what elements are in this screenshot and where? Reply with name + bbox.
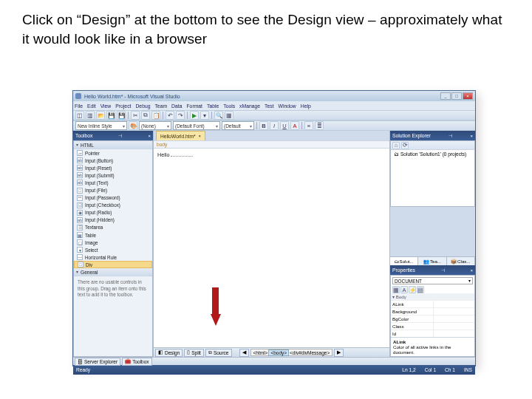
list-icon[interactable]: ≣ (315, 121, 324, 130)
tab-solution-explorer[interactable]: 🗂 Solut... (390, 257, 418, 265)
categorized-icon[interactable]: ▦ (392, 286, 400, 293)
solution-explorer-header[interactable]: Solution Explorer ⊣ × (390, 131, 475, 140)
toolbox-item[interactable]: —Horizontal Rule (74, 253, 152, 261)
target-rule-dropdown[interactable]: (None)▾ (139, 121, 171, 130)
toolbox-item[interactable]: abInput (Submit) (74, 171, 152, 179)
toolbox-header[interactable]: Toolbox ⊣ × (73, 131, 153, 140)
tab-toolbox[interactable]: 🧰 Toolbox (122, 358, 151, 366)
toolbox-item[interactable]: ◻Image (74, 239, 152, 246)
close-panel-icon[interactable]: × (148, 134, 151, 138)
menu-debug[interactable]: Debug (135, 103, 150, 109)
toolbox-item[interactable]: ☑Input (Checkbox) (74, 202, 152, 209)
properties-object-dropdown[interactable]: DOCUMENT▾ (392, 277, 473, 284)
tab-source[interactable]: ⧉ Source (205, 349, 232, 357)
toolbox-item[interactable]: abInput (Button) (74, 157, 152, 164)
refresh-icon[interactable]: ⟳ (401, 142, 409, 149)
properties-header[interactable]: Properties ⊣ × (390, 265, 475, 275)
toolbox-item[interactable]: abInput (Text) (74, 179, 152, 186)
apply-style-icon[interactable]: 🎨 (129, 121, 137, 130)
toolbox-item[interactable]: ◉Input (Radio) (74, 209, 152, 216)
menu-format[interactable]: Format (186, 103, 202, 109)
pin-icon[interactable]: ⊣ (441, 267, 445, 273)
menu-team[interactable]: Team (154, 103, 167, 109)
property-row[interactable]: Background (391, 307, 474, 315)
next-tag-icon[interactable]: ▶ (334, 349, 344, 357)
save-icon[interactable]: 💾 (106, 111, 115, 120)
toolbox-item[interactable]: □Div (74, 261, 152, 268)
save-all-icon[interactable]: 💾 (117, 111, 126, 120)
open-icon[interactable]: 📂 (96, 111, 105, 120)
menu-edit[interactable]: Edit (87, 103, 96, 109)
config-drop[interactable]: ▾ (200, 111, 209, 120)
size-dropdown[interactable]: (Default▾ (222, 121, 254, 130)
toolbox-item[interactable]: ▾Select (74, 246, 152, 253)
misc-icon[interactable]: ▦ (225, 111, 233, 120)
events-icon[interactable]: ⚡ (409, 286, 416, 293)
tab-class-view[interactable]: 📦 Clas... (447, 257, 475, 265)
tag-breadcrumb[interactable]: <html> <body> <div#divMessage> (250, 349, 333, 356)
maximize-button[interactable]: □ (451, 92, 462, 100)
menu-file[interactable]: File (75, 103, 83, 109)
menu-window[interactable]: Window (279, 103, 296, 109)
redo-icon[interactable]: ↷ (176, 111, 185, 120)
toolbox-item[interactable]: ☰Textarea (74, 224, 152, 231)
toolbox-group-html[interactable]: ▾HTML (74, 141, 152, 149)
tab-server-explorer[interactable]: 🗄 Server Explorer (75, 358, 120, 366)
style-dropdown[interactable]: New Inline Style▾ (75, 121, 127, 130)
right-tab-group: 🗂 Solut... 👥 Tea... 📦 Clas... (390, 256, 475, 265)
add-item-icon[interactable]: ▥ (86, 111, 95, 120)
tag-selector-bar[interactable]: body (154, 140, 389, 149)
menu-xmanage[interactable]: xManage (239, 103, 260, 109)
menu-tools[interactable]: Tools (223, 103, 235, 109)
properties-group[interactable]: ▾ Body (391, 293, 474, 300)
find-icon[interactable]: 🔍 (214, 111, 223, 120)
menu-help[interactable]: Help (301, 103, 311, 109)
property-row[interactable]: BgColor (391, 315, 474, 322)
tab-design[interactable]: ◧ Design (155, 349, 183, 357)
close-panel-icon[interactable]: × (470, 268, 473, 273)
color-button[interactable]: A (290, 121, 299, 130)
copy-icon[interactable]: ⧉ (141, 111, 150, 120)
toolbox-item[interactable]: ▦Table (74, 231, 152, 239)
pages-icon[interactable]: ▤ (417, 286, 424, 293)
paste-icon[interactable]: 📋 (151, 111, 160, 120)
toolbox-item[interactable]: abInput (Hidden) (74, 216, 152, 224)
design-surface[interactable]: Hello (154, 149, 389, 347)
document-tab[interactable]: HelloWorld.htm*× (156, 131, 205, 140)
home-icon[interactable]: ⌂ (392, 142, 400, 149)
titlebar[interactable]: Hello World.htm* - Microsoft Visual Stud… (73, 91, 475, 101)
cut-icon[interactable]: ✂ (131, 111, 140, 120)
menu-table[interactable]: Table (207, 103, 219, 109)
tab-split[interactable]: ▯ Split (184, 349, 204, 357)
prev-tag-icon[interactable]: ◀ (239, 349, 249, 357)
property-row[interactable]: Class (391, 322, 474, 330)
minimize-button[interactable]: _ (440, 92, 451, 100)
menu-project[interactable]: Project (115, 103, 131, 109)
toolbox-item[interactable]: **Input (Password) (74, 194, 152, 202)
menu-data[interactable]: Data (171, 103, 182, 109)
close-button[interactable]: × (463, 92, 473, 100)
menu-view[interactable]: View (100, 103, 112, 109)
pin-icon[interactable]: ⊣ (449, 133, 452, 138)
toolbox-group-general[interactable]: ▾General (74, 268, 152, 276)
align-left-icon[interactable]: ≡ (304, 121, 313, 130)
property-row[interactable]: Id (391, 330, 474, 337)
property-row[interactable]: ALink (391, 300, 474, 307)
close-panel-icon[interactable]: × (470, 134, 473, 138)
menu-test[interactable]: Test (265, 103, 273, 109)
toolbox-item[interactable]: abInput (Reset) (74, 164, 152, 171)
bold-button[interactable]: B (259, 121, 268, 130)
font-dropdown[interactable]: (Default Font)▾ (173, 121, 220, 130)
toolbox-item[interactable]: ▱Pointer (74, 149, 152, 157)
tab-team-explorer[interactable]: 👥 Tea... (418, 257, 446, 265)
start-icon[interactable]: ▶ (190, 111, 199, 120)
alpha-icon[interactable]: A (400, 286, 408, 293)
undo-icon[interactable]: ↶ (166, 111, 174, 120)
toolbox-item[interactable]: □Input (File) (74, 186, 152, 194)
close-tab-icon[interactable]: × (199, 134, 202, 138)
italic-button[interactable]: I (270, 121, 279, 130)
solution-root[interactable]: 🗂Solution 'Solution1' (0 projects) (391, 150, 474, 158)
new-project-icon[interactable]: ◫ (75, 111, 84, 120)
underline-button[interactable]: U (280, 121, 289, 130)
pin-icon[interactable]: ⊣ (118, 133, 122, 138)
